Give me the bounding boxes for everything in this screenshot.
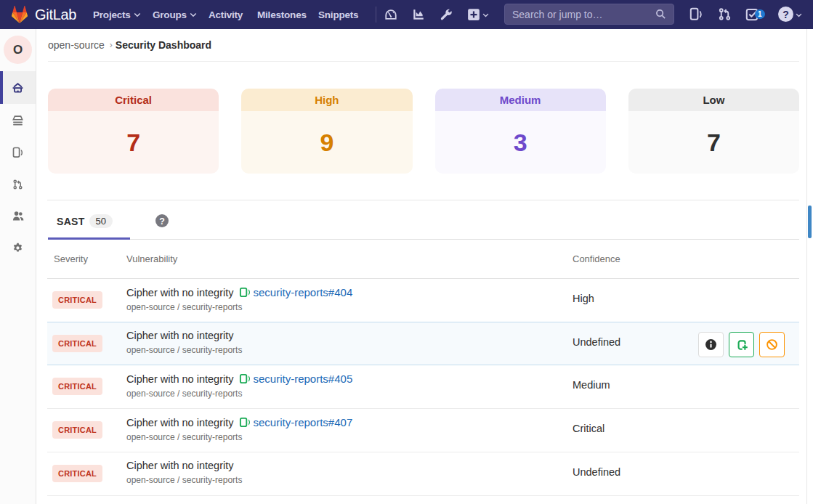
svg-text:?: ?: [159, 216, 165, 227]
